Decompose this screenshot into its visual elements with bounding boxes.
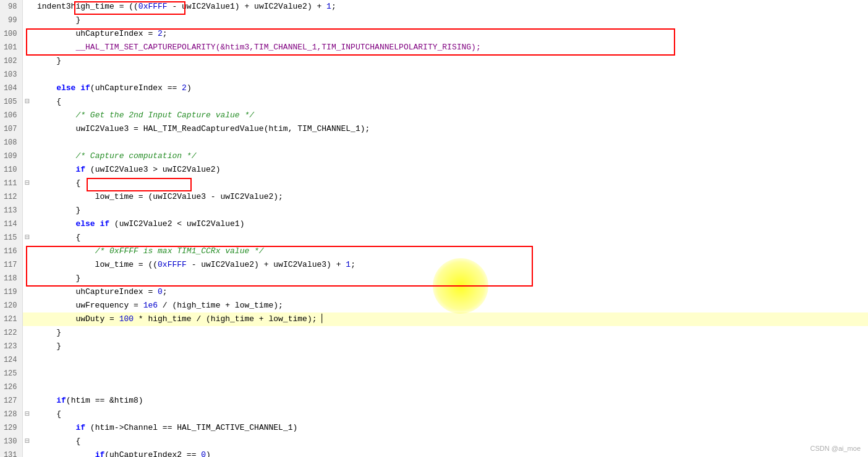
fold-icon[interactable]	[22, 217, 32, 231]
code-line: else if(uhCaptureIndex == 2)	[32, 82, 868, 95]
fold-icon[interactable]: ⊟	[22, 231, 32, 245]
fold-icon[interactable]	[22, 122, 32, 136]
code-line: low_time = (uwIC2Value3 - uwIC2Value2);	[32, 190, 868, 204]
fold-icon[interactable]	[22, 326, 32, 340]
token-var: uwFrequency =	[37, 301, 143, 310]
fold-icon[interactable]: ⊟	[22, 177, 32, 190]
token-var: (uwIC2Value2 < uwIC2Value1)	[109, 219, 244, 228]
fold-icon[interactable]	[22, 14, 32, 27]
table-row: 125	[0, 367, 868, 380]
code-line: /* Capture computation */	[32, 149, 868, 163]
fold-icon[interactable]	[22, 340, 32, 353]
line-number: 131	[0, 448, 22, 457]
line-number: 126	[0, 380, 22, 394]
token-kw: else if	[56, 83, 90, 93]
table-row: 120 uwFrequency = 1e6 / (high_time + low…	[0, 299, 868, 312]
token-var: - uwIC2Value1) + uwIC2Value2) +	[168, 2, 326, 11]
table-row: 123 }	[0, 340, 868, 353]
line-number: 123	[0, 340, 22, 353]
fold-icon[interactable]	[22, 299, 32, 312]
line-number: 112	[0, 190, 22, 204]
token-num: 1	[346, 260, 351, 269]
token-hex: 0xFFFF	[138, 2, 168, 11]
fold-icon[interactable]: ⊟	[22, 435, 32, 448]
fold-icon[interactable]	[22, 367, 32, 380]
fold-icon[interactable]	[22, 353, 32, 367]
fold-icon[interactable]	[22, 394, 32, 408]
table-row: 100 uhCaptureIndex = 2;	[0, 27, 868, 41]
fold-icon[interactable]	[22, 54, 32, 68]
table-row: 111⊟ {	[0, 177, 868, 190]
token-punct: )	[206, 450, 211, 457]
token-var: uwDuty =	[37, 314, 119, 324]
code-line: }	[32, 272, 868, 285]
line-number: 116	[0, 245, 22, 258]
token-kw: else if	[75, 219, 109, 228]
token-var: high_time	[71, 2, 114, 11]
token-var: uhCaptureIndex =	[37, 29, 158, 38]
line-number: 122	[0, 326, 22, 340]
table-row: 107 uwIC2Value3 = HAL_TIM_ReadCapturedVa…	[0, 122, 868, 136]
fold-icon[interactable]	[22, 136, 32, 149]
fold-icon[interactable]	[22, 163, 32, 177]
code-line	[32, 367, 868, 380]
token-punct: ;	[163, 29, 168, 38]
fold-icon[interactable]	[22, 27, 32, 41]
fold-icon[interactable]	[22, 272, 32, 285]
fold-icon[interactable]	[22, 0, 32, 14]
code-line: {	[32, 408, 868, 421]
code-line: indent3high_time = ((0xFFFF - uwIC2Value…	[32, 0, 868, 14]
token-var: / (high_time + low_time);	[158, 301, 283, 310]
table-row: 118 }	[0, 272, 868, 285]
fold-icon[interactable]	[22, 312, 32, 326]
fold-icon[interactable]	[22, 190, 32, 204]
fold-icon[interactable]	[22, 149, 32, 163]
fold-icon[interactable]	[22, 448, 32, 457]
line-number: 108	[0, 136, 22, 149]
fold-icon[interactable]	[22, 109, 32, 122]
token-ws	[37, 111, 75, 120]
token-punct: {	[37, 437, 80, 446]
code-line: if (uwIC2Value3 > uwIC2Value2)	[32, 163, 868, 177]
line-number: 107	[0, 122, 22, 136]
line-number: 130	[0, 435, 22, 448]
table-row: 101 __HAL_TIM_SET_CAPTUREPOLARITY(&htim3…	[0, 41, 868, 54]
fold-icon[interactable]	[22, 245, 32, 258]
fold-icon[interactable]	[22, 380, 32, 394]
table-row: 103	[0, 68, 868, 82]
token-ws: indent3	[37, 2, 71, 11]
code-line: __HAL_TIM_SET_CAPTUREPOLARITY(&htim3,TIM…	[32, 41, 868, 54]
line-number: 111	[0, 177, 22, 190]
line-number: 100	[0, 27, 22, 41]
fold-icon[interactable]	[22, 258, 32, 272]
token-macro: __HAL_TIM_SET_CAPTUREPOLARITY(&htim3,TIM…	[37, 43, 481, 52]
fold-icon[interactable]: ⊟	[22, 95, 32, 109]
token-punct: {	[37, 178, 80, 188]
code-line: if(uhCaptureIndex2 == 0)	[32, 448, 868, 457]
code-line	[32, 380, 868, 394]
line-number: 104	[0, 82, 22, 95]
fold-icon[interactable]	[22, 421, 32, 435]
line-number: 105	[0, 95, 22, 109]
fold-icon[interactable]	[22, 68, 32, 82]
code-line: if(htim == &htim8)	[32, 394, 868, 408]
fold-icon[interactable]	[22, 285, 32, 299]
token-punct: ;	[351, 260, 355, 269]
code-line: {	[32, 231, 868, 245]
token-num: 0	[158, 287, 163, 296]
fold-icon[interactable]: ⊟	[22, 408, 32, 421]
table-row: 117 low_time = ((0xFFFF - uwIC2Value2) +…	[0, 258, 868, 272]
token-ws	[37, 192, 95, 201]
fold-icon[interactable]	[22, 82, 32, 95]
token-num: 1	[326, 2, 331, 11]
token-punct: {	[37, 409, 61, 419]
token-punct: }	[37, 206, 80, 215]
table-row: 127 if(htim == &htim8)	[0, 394, 868, 408]
token-var: (uhCaptureIndex ==	[90, 83, 182, 93]
fold-icon[interactable]	[22, 41, 32, 54]
line-number: 121	[0, 312, 22, 326]
table-row: 108	[0, 136, 868, 149]
line-number: 118	[0, 272, 22, 285]
token-ws	[37, 246, 95, 256]
fold-icon[interactable]	[22, 204, 32, 217]
